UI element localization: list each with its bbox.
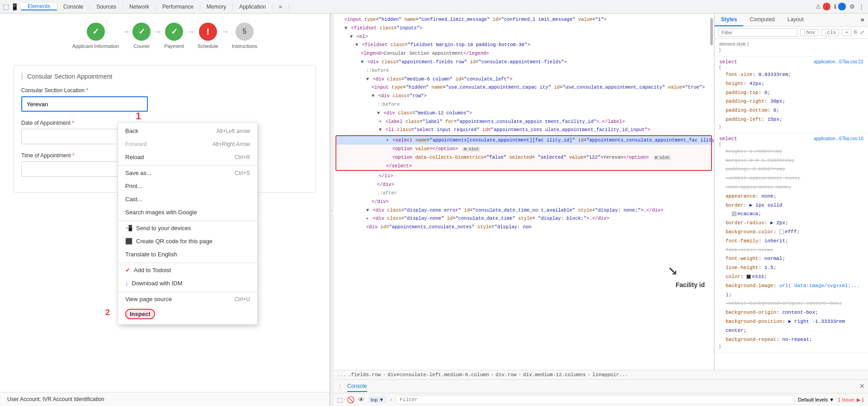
devtools-topbar: ⬚ 📱 Elements Console Sources Network Per… xyxy=(0,0,868,14)
dom-line-before-1: ::before xyxy=(334,66,714,75)
ctx-qr-code[interactable]: ⬛ Create QR code for this page xyxy=(118,235,257,248)
tab-memory[interactable]: Memory xyxy=(200,3,233,10)
more-options-icon[interactable]: ⋮ xyxy=(859,3,864,10)
style-source-link2[interactable]: application...67ba.css:16 xyxy=(814,136,863,142)
step-label-applicant: Applicant Information xyxy=(72,43,119,49)
console-close-icon[interactable]: × xyxy=(859,382,864,391)
filter-hov-btn[interactable]: :hov xyxy=(800,29,818,36)
webpage-bottom-bar: User Account: IVR Account Identification xyxy=(0,392,330,406)
ctx-back[interactable]: Back Alt+Left arrow xyxy=(118,124,257,137)
top-dropdown[interactable]: top ▼ xyxy=(368,396,387,403)
console-block-icon[interactable]: 🚫 xyxy=(347,396,354,403)
progress-bar: ✓ Applicant Information → ✓ Courier → ✓ … xyxy=(0,14,330,58)
dom-line-appt-fields[interactable]: ▼ <div class="appointment-fields row" id… xyxy=(334,58,714,66)
step-applicant: ✓ Applicant Information xyxy=(72,23,119,49)
dom-line-medium6[interactable]: ▼ <div class="medium-6 column" id="consu… xyxy=(334,75,714,84)
dom-line-select[interactable]: ▾ <select name="appointments[consulate_a… xyxy=(336,136,711,145)
styles-filter-input[interactable] xyxy=(718,28,797,37)
style-source-link1[interactable]: application...67ba.css:22 xyxy=(814,59,863,65)
tab-network[interactable]: Network xyxy=(123,3,156,10)
ctx-search-images[interactable]: Search images with Google xyxy=(118,206,257,219)
ctx-send-devices[interactable]: 📲 Send to your devices xyxy=(118,221,257,235)
inspect-element-icon[interactable]: ⬚ xyxy=(3,3,9,11)
ctx-view-source[interactable]: View page source Ctrl+U xyxy=(118,292,257,306)
breadcrumb-medium12[interactable]: div.medium-12.columns xyxy=(523,372,586,378)
ctx-inspect[interactable]: Inspect xyxy=(118,306,257,322)
styles-tab-layout[interactable]: Layout xyxy=(781,14,810,26)
ctx-todoist[interactable]: ✔ Add to Todoist xyxy=(118,263,257,277)
levels-dropdown[interactable]: Default levels ▼ xyxy=(798,397,834,402)
tab-sources[interactable]: Sources xyxy=(90,3,123,10)
dom-line-medium12[interactable]: ▼ <div class="medium-12 columns"> xyxy=(334,109,714,118)
tab-performance[interactable]: Performance xyxy=(156,3,200,10)
console-cursor-icon[interactable]: ⬚ xyxy=(337,396,343,403)
dom-line-option-empty[interactable]: <option value></option> ⊠ slot xyxy=(336,145,711,153)
styles-tab-computed[interactable]: Computed xyxy=(743,14,781,26)
arrow-4: → xyxy=(218,27,232,37)
tab-more[interactable]: » xyxy=(273,3,289,10)
ctx-reload[interactable]: Reload Ctrl+R xyxy=(118,151,257,164)
style-prop-bg-repeat: background-repeat: no-repeat; xyxy=(719,335,863,345)
console-eye-icon[interactable]: 👁 xyxy=(358,396,364,403)
style-prop-bgcolor: background-color: #fff; xyxy=(719,228,863,237)
dom-line-label[interactable]: ▾ <label class="label" for="appointments… xyxy=(334,118,714,126)
style-prop-fontsize1: font-size: 0.93333rem; xyxy=(719,71,863,80)
panel-drag-handle[interactable]: ··· xyxy=(330,14,334,406)
annotation-number-1: 1 xyxy=(136,110,141,122)
breadcrumb-fields-row[interactable]: .fields.row xyxy=(348,372,381,378)
inspect-label[interactable]: Inspect xyxy=(125,309,155,319)
style-prop-margin2: margin: 0 0 1.33333rem; xyxy=(719,156,863,165)
dom-line-display-none-error[interactable]: ▼ <div class="display-none error" id="co… xyxy=(334,206,714,215)
dom-line-input-hidden[interactable]: <input type="hidden" name="confirmed_lim… xyxy=(334,15,714,24)
dom-line-row-div[interactable]: ▼ <div class="row"> xyxy=(334,92,714,100)
ctx-translate[interactable]: Translate to English xyxy=(118,248,257,261)
breadcrumb-div-row[interactable]: div.row xyxy=(495,372,516,378)
dom-line-fieldset-inputs[interactable]: ▼ <fieldset class="inputs"> xyxy=(334,24,714,33)
style-rule-select2: select xyxy=(719,136,737,142)
tab-console[interactable]: Console xyxy=(57,3,90,10)
breadcrumb-consulate-left[interactable]: div#consulate-left.medium-6.column xyxy=(387,372,489,378)
styles-tab-styles[interactable]: Styles xyxy=(715,14,743,26)
style-prop-appearance: appearance: none; xyxy=(719,192,863,201)
styles-more-icon[interactable]: » xyxy=(857,14,868,26)
dom-line-display-none-dt[interactable]: ▸ <div class="display-none" id="consulat… xyxy=(334,214,714,223)
filter-add-btn[interactable]: + xyxy=(842,29,851,36)
dom-line-ol[interactable]: ▼ <ol> xyxy=(334,33,714,41)
settings-icon[interactable]: ⚙ xyxy=(849,3,855,10)
facility-id-label: Facility id xyxy=(675,281,705,288)
style-block-select1: select application...67ba.css:22 { font-… xyxy=(715,57,868,133)
filter-cls-btn[interactable]: .cls xyxy=(821,29,839,36)
webpage-panel: ✓ Applicant Information → ✓ Courier → ✓ … xyxy=(0,14,330,406)
console-tab[interactable]: Console xyxy=(347,381,367,392)
ctx-idm[interactable]: ↓ Download with IDM xyxy=(118,277,257,290)
issue-badge[interactable]: 1 Issue: ▶ 1 xyxy=(838,397,864,403)
todoist-icon: ✔ xyxy=(125,267,130,274)
tab-elements[interactable]: Elements xyxy=(21,3,57,10)
dom-line-legend[interactable]: <legend>Consular Section Appointment</le… xyxy=(334,49,714,58)
style-prop-paddingtop1: padding-top: 0; xyxy=(719,89,863,98)
dom-line-input-capacity[interactable]: <input type="hidden" name="use_consulate… xyxy=(334,83,714,92)
style-prop-paddingbottom1: padding-bottom: 0; xyxy=(719,106,863,115)
ctx-print[interactable]: Print... xyxy=(118,179,257,193)
console-input-arrow: › xyxy=(390,397,392,403)
ctx-save[interactable]: Save as... Ctrl+S xyxy=(118,165,257,179)
dom-line-fieldset-inner[interactable]: ▼ <fieldset class="fieldset margin-top-1… xyxy=(334,41,714,49)
filter-copy-icon[interactable]: ⎘ xyxy=(854,29,857,36)
style-prop-border: border: ▶ 1px solid xyxy=(719,201,863,210)
breadcrumb-li[interactable]: li#appoir... xyxy=(592,372,628,378)
devtools-right-icons: ⚠ 1 ℹ 1 ⚙ ⋮ xyxy=(812,3,868,10)
ctx-forward[interactable]: Forward Alt+Right Arrow xyxy=(118,137,257,151)
dom-tree[interactable]: <input type="hidden" name="confirmed_lim… xyxy=(334,14,714,370)
location-input[interactable] xyxy=(21,96,148,112)
arrow-1: → xyxy=(119,27,132,37)
console-filter-input[interactable] xyxy=(396,395,794,404)
ctx-cast[interactable]: Cast... xyxy=(118,193,257,206)
dom-line-li-select[interactable]: ▼ <li class="select input required" id="… xyxy=(334,126,714,134)
tab-application[interactable]: Application xyxy=(233,3,273,10)
filter-expand-icon[interactable]: ⤢ xyxy=(860,29,864,36)
dom-line-notes[interactable]: <div id="appointments_consulate_notes" s… xyxy=(334,223,714,231)
dom-scrollbar[interactable] xyxy=(710,18,713,45)
dom-line-option-yerevan[interactable]: <option data-collects-biometrics="false"… xyxy=(336,153,711,162)
device-mode-icon[interactable]: 📱 xyxy=(11,3,19,10)
dom-line-div-close: </div> xyxy=(334,180,714,189)
